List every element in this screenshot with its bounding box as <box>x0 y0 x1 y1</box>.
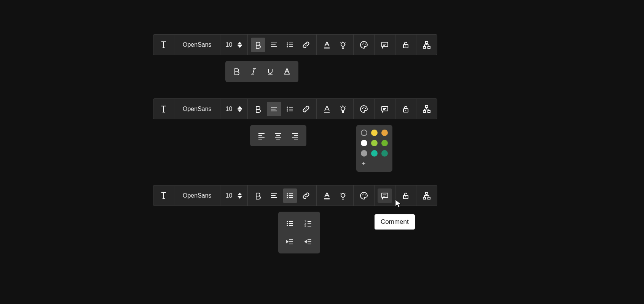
bold-button[interactable] <box>251 188 265 203</box>
underline-option[interactable] <box>263 64 278 79</box>
highlight-button[interactable] <box>336 188 350 203</box>
color-swatch-none[interactable] <box>361 130 367 136</box>
font-size-value: 10 <box>226 192 233 199</box>
font-family-select[interactable]: OpenSans <box>177 106 217 112</box>
align-left-option[interactable] <box>254 128 269 143</box>
bold-option[interactable] <box>229 64 244 79</box>
comment-button[interactable] <box>378 38 392 52</box>
font-size-stepper[interactable]: 10 <box>220 35 248 55</box>
color-swatch-grey[interactable] <box>361 150 367 157</box>
font-size-stepper[interactable]: 10 <box>220 99 248 119</box>
lock-button[interactable] <box>399 102 413 116</box>
color-swatch-orange[interactable] <box>381 130 388 136</box>
highlight-button[interactable] <box>336 38 350 52</box>
color-swatch-yellow[interactable] <box>371 130 378 136</box>
link-button[interactable] <box>299 102 313 116</box>
chevron-up-icon[interactable] <box>238 42 242 44</box>
stepper-arrows[interactable] <box>238 42 242 48</box>
align-button[interactable] <box>267 38 281 52</box>
align-button[interactable] <box>267 102 281 116</box>
color-palette-popover: + <box>356 125 392 172</box>
bold-button[interactable] <box>251 38 265 52</box>
list-button[interactable] <box>283 188 297 203</box>
numbered-list-option[interactable] <box>300 215 316 231</box>
chevron-up-icon[interactable] <box>238 106 242 109</box>
color-swatch-green[interactable] <box>381 140 388 146</box>
sitemap-button[interactable] <box>419 102 434 116</box>
lock-button[interactable] <box>399 38 413 52</box>
italic-option[interactable] <box>246 64 261 79</box>
text-color-button[interactable] <box>320 38 334 52</box>
text-color-button[interactable] <box>320 188 334 203</box>
list-button[interactable] <box>283 102 297 116</box>
font-size-value: 10 <box>226 106 233 112</box>
text-mode-button[interactable] <box>156 102 171 116</box>
outdent-option[interactable] <box>300 234 316 250</box>
font-size-stepper[interactable]: 10 <box>220 185 248 206</box>
toolbar-3: OpenSans 10 <box>153 185 437 206</box>
font-size-value: 10 <box>226 41 233 48</box>
text-mode-button[interactable] <box>156 188 171 203</box>
text-mode-button[interactable] <box>156 38 171 52</box>
toolbar-2: OpenSans 10 <box>153 98 437 119</box>
indent-option[interactable] <box>282 234 298 250</box>
stepper-arrows[interactable] <box>238 106 242 112</box>
bulleted-list-option[interactable] <box>282 215 298 231</box>
chevron-up-icon[interactable] <box>238 193 242 195</box>
comment-button[interactable] <box>378 188 392 203</box>
palette-button[interactable] <box>357 102 371 116</box>
color-swatch-darkteal[interactable] <box>381 150 388 157</box>
color-swatch-teal[interactable] <box>371 150 378 157</box>
list-button[interactable] <box>283 38 297 52</box>
comment-tooltip: Comment <box>375 214 415 230</box>
chevron-down-icon[interactable] <box>238 45 242 48</box>
chevron-down-icon[interactable] <box>238 196 242 199</box>
bold-button[interactable] <box>251 102 265 116</box>
color-swatch-white[interactable] <box>361 140 367 146</box>
sitemap-button[interactable] <box>419 38 434 52</box>
chevron-down-icon[interactable] <box>238 109 242 112</box>
link-button[interactable] <box>299 38 313 52</box>
lock-button[interactable] <box>399 188 413 203</box>
font-family-select[interactable]: OpenSans <box>177 41 217 48</box>
sitemap-button[interactable] <box>419 188 434 203</box>
align-right-option[interactable] <box>287 128 303 143</box>
toolbar-1: OpenSans 10 <box>153 34 437 55</box>
add-color-button[interactable]: + <box>361 160 388 167</box>
list-popover <box>278 212 320 253</box>
palette-button[interactable] <box>357 38 371 52</box>
text-color-button[interactable] <box>320 102 334 116</box>
comment-button[interactable] <box>378 102 392 116</box>
highlight-button[interactable] <box>336 102 350 116</box>
font-family-select[interactable]: OpenSans <box>177 192 217 199</box>
stepper-arrows[interactable] <box>238 193 242 199</box>
color-swatch-lime[interactable] <box>371 140 378 146</box>
align-button[interactable] <box>267 188 281 203</box>
palette-button[interactable] <box>357 188 371 203</box>
align-center-option[interactable] <box>271 128 286 143</box>
align-popover <box>250 125 306 146</box>
link-button[interactable] <box>299 188 313 203</box>
text-style-popover <box>225 61 298 82</box>
font-color-option[interactable] <box>279 64 295 79</box>
